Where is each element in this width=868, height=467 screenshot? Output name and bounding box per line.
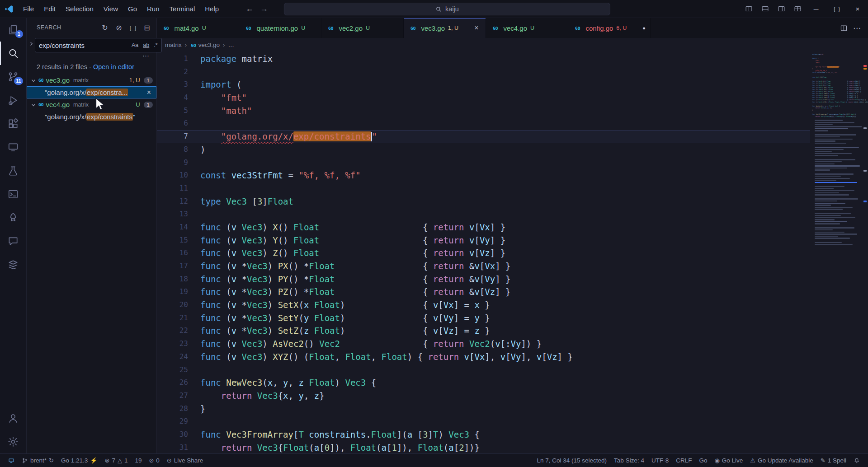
tab-config.go[interactable]: GOconfig.go6, U● bbox=[568, 18, 651, 38]
match-case-icon[interactable]: Aa bbox=[130, 41, 140, 49]
code-line-30[interactable]: 30func Vec3FromArray[T constraints.Float… bbox=[157, 428, 810, 441]
activity-gitlens-icon[interactable] bbox=[0, 206, 27, 229]
minimize-button[interactable]: ─ bbox=[806, 0, 826, 18]
status-cursor-position[interactable]: Ln 7, Col 34 (15 selected) bbox=[533, 454, 611, 467]
activity-source-control-icon[interactable]: 11 bbox=[0, 65, 27, 89]
activity-explorer-icon[interactable]: 1 bbox=[0, 18, 27, 42]
panel-right-icon[interactable] bbox=[773, 0, 789, 18]
breadcrumb-item[interactable]: … bbox=[228, 42, 235, 48]
more-actions-icon[interactable]: ⋯ bbox=[853, 23, 861, 33]
status-remote-indicator[interactable] bbox=[5, 454, 18, 467]
status-language-mode[interactable]: Go bbox=[695, 454, 711, 467]
collapse-all-icon[interactable]: ⊟ bbox=[142, 23, 152, 33]
nav-forward-icon[interactable]: → bbox=[260, 4, 268, 14]
code-line-11[interactable]: 11 bbox=[157, 182, 810, 195]
maximize-button[interactable]: ▢ bbox=[826, 0, 847, 18]
status-spell-checker[interactable]: ✎1 Spell bbox=[817, 454, 850, 467]
code-line-24[interactable]: 24func (v Vec3) XYZ() (Float, Float, Flo… bbox=[157, 350, 810, 364]
code-line-13[interactable]: 13 bbox=[157, 208, 810, 221]
whole-word-icon[interactable]: ab bbox=[141, 41, 151, 49]
code-line-29[interactable]: 29 bbox=[157, 415, 810, 428]
search-result-row[interactable]: "golang.org/x/exp/constra...× bbox=[27, 86, 156, 98]
tab-dirty-icon[interactable]: ● bbox=[642, 25, 646, 31]
dismiss-result-icon[interactable]: × bbox=[145, 89, 153, 97]
status-go-version[interactable]: Go 1.21.3⚡ bbox=[57, 454, 101, 467]
code-line-15[interactable]: 15func (v Vec3) Y() Float { return v[Vy]… bbox=[157, 234, 810, 247]
split-editor-icon[interactable] bbox=[840, 24, 848, 32]
menu-file[interactable]: File bbox=[18, 0, 39, 18]
nav-back-icon[interactable]: ← bbox=[245, 4, 254, 14]
code-line-8[interactable]: 8) bbox=[157, 143, 810, 156]
code-line-3[interactable]: 3import ( bbox=[157, 78, 810, 91]
activity-chat-icon[interactable] bbox=[0, 229, 27, 253]
tab-close-icon[interactable]: × bbox=[472, 24, 481, 32]
tab-vec2.go[interactable]: GOvec2.goU bbox=[321, 18, 404, 38]
code-line-10[interactable]: 10const vec3StrFmt = "%f, %f, %f" bbox=[157, 169, 810, 182]
code-line-20[interactable]: 20func (v *Vec3) SetX(x Float) { v[Vx] =… bbox=[157, 299, 810, 312]
code-line-7[interactable]: 7 "golang.org/x/exp/constraints" bbox=[157, 130, 810, 143]
menu-run[interactable]: Run bbox=[142, 0, 165, 18]
code-line-16[interactable]: 16func (v Vec3) Z() Float { return v[Vz]… bbox=[157, 247, 810, 260]
status-ports[interactable]: ⊘0 bbox=[145, 454, 163, 467]
code-line-17[interactable]: 17func (v *Vec3) PX() *Float { return &v… bbox=[157, 260, 810, 273]
status-go-live[interactable]: ◉Go Live bbox=[711, 454, 746, 467]
activity-testing-icon[interactable] bbox=[0, 159, 27, 182]
chevron-down-icon[interactable] bbox=[29, 78, 38, 83]
activity-run-debug-icon[interactable] bbox=[0, 89, 27, 112]
toggle-replace-icon[interactable] bbox=[28, 41, 34, 47]
activity-search-icon[interactable] bbox=[0, 42, 27, 65]
code-line-12[interactable]: 12type Vec3 [3]Float bbox=[157, 195, 810, 208]
refresh-icon[interactable]: ↻ bbox=[100, 23, 110, 33]
code-line-6[interactable]: 6 bbox=[157, 117, 810, 130]
code-line-2[interactable]: 2 bbox=[157, 65, 810, 79]
code-line-21[interactable]: 21func (v *Vec3) SetY(y Float) { v[Vy] =… bbox=[157, 312, 810, 325]
code-line-27[interactable]: 27 return Vec3{x, y, z} bbox=[157, 389, 810, 402]
status-indentation[interactable]: Tab Size: 4 bbox=[610, 454, 648, 467]
open-in-editor-link[interactable]: Open in editor bbox=[93, 63, 134, 70]
status-notifications-bell[interactable] bbox=[850, 454, 863, 467]
tab-vec4.go[interactable]: GOvec4.goU bbox=[486, 18, 568, 38]
layout-grid-icon[interactable] bbox=[789, 0, 806, 18]
code-line-18[interactable]: 18func (v *Vec3) PY() *Float { return &v… bbox=[157, 273, 810, 286]
code-line-25[interactable]: 25 bbox=[157, 364, 810, 377]
status-live-share[interactable]: ⊙Live Share bbox=[163, 454, 207, 467]
open-search-editor-icon[interactable]: ▢ bbox=[128, 23, 138, 33]
activity-terminal-view-icon[interactable] bbox=[0, 182, 27, 206]
breadcrumb-item[interactable]: matrix bbox=[165, 42, 182, 48]
search-details-toggle[interactable]: ··· bbox=[27, 53, 156, 61]
activity-accounts-icon[interactable] bbox=[0, 406, 27, 430]
chevron-down-icon[interactable] bbox=[29, 102, 38, 107]
code-line-23[interactable]: 23func (v Vec3) AsVec2() Vec2 { return V… bbox=[157, 337, 810, 350]
status-git-branch[interactable]: brent*↻ bbox=[18, 454, 57, 467]
activity-extensions-icon[interactable] bbox=[0, 112, 27, 135]
file-row-vec4.go[interactable]: GOvec4.gomatrixU1 bbox=[27, 98, 156, 111]
minimap[interactable]: package matrix import ( "fmt" "math" "go… bbox=[810, 51, 868, 453]
clear-results-icon[interactable]: ⊘ bbox=[114, 23, 124, 33]
search-result-row[interactable]: "golang.org/x/exp/constraints" bbox=[27, 111, 156, 123]
status-eol[interactable]: CRLF bbox=[672, 454, 695, 467]
code-line-4[interactable]: 4 "fmt" bbox=[157, 91, 810, 104]
regex-icon[interactable]: .* bbox=[152, 41, 159, 49]
code-line-28[interactable]: 28} bbox=[157, 402, 810, 416]
command-center-search[interactable]: kaiju bbox=[284, 3, 610, 15]
code-line-1[interactable]: 1package matrix bbox=[157, 52, 810, 65]
status-counter[interactable]: 19 bbox=[131, 454, 145, 467]
status-problems[interactable]: ⊗7△1 bbox=[101, 454, 131, 467]
tab-vec3.go[interactable]: GOvec3.go1, U× bbox=[404, 18, 486, 38]
file-row-vec3.go[interactable]: GOvec3.gomatrix1, U1 bbox=[27, 74, 156, 86]
code-line-5[interactable]: 5 "math" bbox=[157, 104, 810, 117]
menu-view[interactable]: View bbox=[99, 0, 123, 18]
panel-left-icon[interactable] bbox=[741, 0, 757, 18]
activity-layers-icon[interactable] bbox=[0, 253, 27, 276]
code-line-19[interactable]: 19func (v *Vec3) PZ() *Float { return &v… bbox=[157, 285, 810, 299]
code-line-31[interactable]: 31 return Vec3{Float(a[0]), Float(a[1]),… bbox=[157, 441, 810, 453]
menu-terminal[interactable]: Terminal bbox=[165, 0, 200, 18]
status-go-update[interactable]: ⚠Go Update Available bbox=[746, 454, 817, 467]
status-encoding[interactable]: UTF-8 bbox=[648, 454, 672, 467]
menu-go[interactable]: Go bbox=[123, 0, 142, 18]
code-line-14[interactable]: 14func (v Vec3) X() Float { return v[Vx]… bbox=[157, 221, 810, 234]
tab-mat4.go[interactable]: GOmat4.goU bbox=[157, 18, 239, 38]
panel-bottom-icon[interactable] bbox=[757, 0, 773, 18]
search-input[interactable] bbox=[39, 42, 129, 49]
code-line-9[interactable]: 9 bbox=[157, 156, 810, 169]
